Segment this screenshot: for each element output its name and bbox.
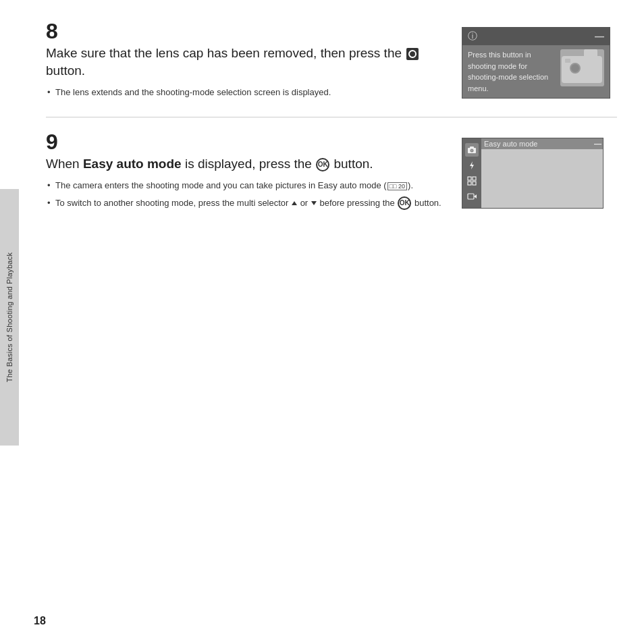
screen1-body: Press this button in shooting mode for s… [462, 45, 610, 98]
step-9-bullet-1: The camera enters the shooting mode and … [46, 179, 441, 192]
screen1-header: ⓘ — [462, 28, 610, 45]
page-number: 18 [34, 615, 46, 627]
step-8-bullets: The lens extends and the shooting-mode s… [46, 86, 441, 99]
ok-icon-2: OK [398, 196, 411, 210]
svg-rect-6 [473, 177, 476, 180]
screen2-icon-movie [465, 190, 479, 203]
screen2-icon-camera [465, 143, 479, 157]
main-content: 8 Make sure that the lens cap has been r… [19, 0, 644, 644]
svg-rect-9 [468, 194, 474, 199]
screen2-layout: Easy auto mode — [462, 138, 603, 208]
step-8-left: 8 Make sure that the lens cap has been r… [46, 20, 462, 103]
ok-icon: OK [316, 158, 329, 171]
camera-top-bump [584, 49, 597, 56]
step-9-title: When Easy auto mode is displayed, press … [46, 155, 441, 173]
camera-mode-icon [467, 145, 477, 155]
screen1-info-icon: ⓘ [468, 30, 477, 43]
step-9-bullet-2: To switch to another shooting mode, pres… [46, 196, 441, 211]
step-9-number: 9 [46, 131, 441, 153]
step-8-number: 8 [46, 20, 441, 42]
screen2-mode-label: Easy auto mode [484, 140, 538, 148]
screen2-sidebar [462, 138, 481, 208]
screen1-mockup: ⓘ — Press this button in shooting mode f… [462, 27, 610, 99]
screen2-content-area [481, 149, 603, 203]
screen2-icon-face [465, 174, 479, 188]
screen2-header-right: — [594, 140, 601, 148]
step-8-section: 8 Make sure that the lens cap has been r… [46, 20, 617, 117]
step-9-section: 9 When Easy auto mode is displayed, pres… [46, 131, 617, 228]
svg-rect-5 [468, 177, 471, 180]
movie-icon [467, 192, 477, 201]
screen1-camera-image [560, 49, 604, 86]
svg-rect-1 [470, 146, 474, 149]
step-9-bullets: The camera enters the shooting mode and … [46, 179, 441, 210]
ref-box-20: □□ 20 [387, 182, 407, 191]
side-tab: The Basics of Shooting and Playback [0, 189, 19, 446]
page-container: The Basics of Shooting and Playback 8 Ma… [0, 0, 644, 644]
camera-flash [565, 59, 570, 63]
step-9-right: Easy auto mode — [462, 131, 617, 215]
svg-rect-7 [468, 182, 471, 185]
arrow-up-icon [292, 201, 297, 205]
camera-lens [570, 63, 581, 74]
screen2-icon-flash [465, 159, 479, 172]
step-8-right: ⓘ — Press this button in shooting mode f… [462, 20, 617, 103]
step-8-bullet-1: The lens extends and the shooting-mode s… [46, 86, 441, 99]
flash-icon [467, 161, 477, 170]
svg-marker-4 [470, 161, 474, 169]
step-8-title: Make sure that the lens cap has been rem… [46, 45, 441, 79]
screen1-mode-icon: — [595, 31, 604, 42]
step-9-left: 9 When Easy auto mode is displayed, pres… [46, 131, 462, 215]
screen2-main-area: Easy auto mode — [481, 138, 603, 208]
side-tab-text: The Basics of Shooting and Playback [5, 252, 14, 383]
svg-point-3 [471, 150, 473, 151]
screen1-text: Press this button in shooting mode for s… [468, 49, 555, 94]
camera-icon [406, 48, 419, 60]
screen2-mockup: Easy auto mode — [462, 138, 603, 209]
camera-body [562, 56, 602, 83]
screen2-header: Easy auto mode — [481, 138, 603, 149]
svg-rect-8 [473, 182, 476, 185]
face-detect-icon [467, 176, 477, 186]
arrow-down-icon [311, 201, 317, 205]
